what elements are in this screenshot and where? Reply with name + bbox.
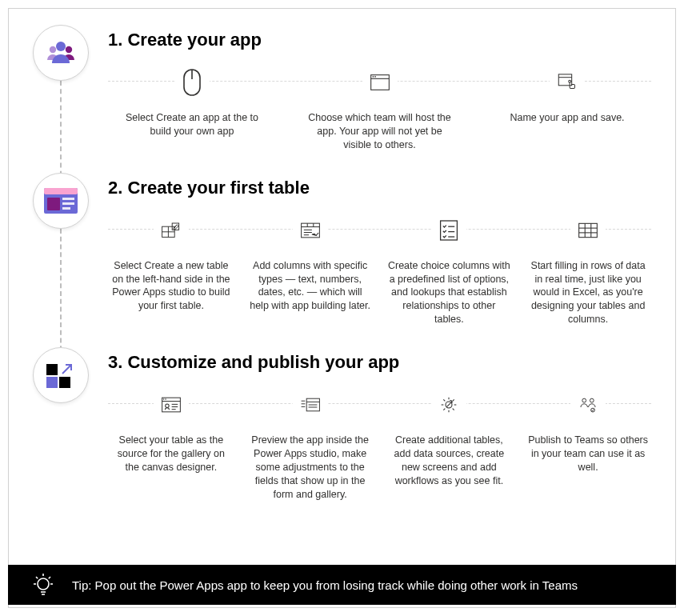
step-text: Preview the app inside the Power Apps st…	[247, 434, 374, 501]
window-icon	[362, 65, 398, 100]
step-text: Create additional tables, add data sourc…	[386, 434, 513, 488]
step-text: Create choice columns with a predefined …	[386, 259, 513, 326]
step-text: Select Create an app at the to build you…	[116, 111, 268, 138]
section-create-app: 1. Create your app Select Create an app …	[33, 25, 651, 152]
step-text: Select Create a new table on the left-ha…	[108, 259, 234, 314]
svg-rect-44	[165, 398, 166, 399]
section-customize-publish: 3. Customize and publish your app	[33, 347, 651, 501]
svg-point-1	[66, 46, 72, 53]
svg-line-63	[444, 409, 446, 410]
step-text: Add columns with specific types — text, …	[247, 259, 374, 314]
preview-form-icon	[293, 387, 328, 422]
grid-icon	[570, 213, 606, 248]
step-item: Select Create an app at the to build you…	[116, 65, 268, 152]
section-title: 2. Create your first table	[108, 178, 651, 198]
touch-icon	[550, 65, 585, 100]
mouse-icon	[174, 65, 210, 100]
svg-rect-15	[62, 198, 74, 200]
tiles-arrow-icon	[45, 361, 77, 390]
gallery-source-icon	[154, 387, 189, 422]
svg-point-0	[50, 46, 56, 53]
step-item: Create additional tables, add data sourc…	[386, 387, 513, 501]
table-card-icon	[44, 188, 78, 214]
people-icon	[45, 39, 77, 66]
svg-rect-13	[44, 188, 78, 194]
svg-rect-40	[59, 377, 70, 388]
svg-rect-7	[372, 76, 373, 77]
svg-line-62	[453, 409, 454, 410]
svg-rect-38	[46, 364, 58, 375]
step-text: Select your table as the source for the …	[108, 434, 234, 474]
step-item: Select Create a new table on the left-ha…	[108, 213, 234, 326]
svg-rect-33	[579, 223, 598, 237]
step-item: Preview the app inside the Power Apps st…	[247, 387, 374, 501]
step-row: Select Create an app at the to build you…	[108, 65, 651, 152]
step-text: Name your app and save.	[491, 111, 643, 125]
svg-rect-39	[46, 377, 58, 388]
timeline-connector	[60, 229, 62, 358]
svg-point-68	[38, 578, 49, 590]
svg-point-11	[569, 80, 571, 82]
step-text: Choose which team will host the app. You…	[304, 111, 456, 152]
step-row: Select your table as the source for the …	[108, 387, 651, 501]
team-publish-icon	[570, 387, 606, 422]
step-text: Start filling in rows of data in real ti…	[525, 259, 651, 326]
svg-rect-14	[47, 198, 60, 210]
svg-point-2	[56, 42, 66, 51]
step-item: Create choice columns with a predefined …	[386, 213, 513, 326]
columns-form-icon	[293, 213, 328, 248]
medallion-table	[33, 173, 89, 229]
section-title: 1. Create your app	[108, 30, 651, 50]
step-item: Publish to Teams so others in your team …	[525, 387, 651, 501]
svg-line-64	[453, 399, 454, 401]
svg-point-66	[590, 398, 594, 402]
new-table-icon	[154, 213, 189, 248]
tip-text: Tip: Pop out the Power Apps app to keep …	[72, 578, 578, 592]
timeline-connector	[60, 81, 62, 184]
medallion-publish	[33, 347, 89, 403]
svg-line-75	[49, 577, 50, 578]
step-text: Publish to Teams so others in your team …	[525, 434, 651, 474]
step-item: Choose which team will host the app. You…	[304, 65, 456, 152]
tip-bar: Tip: Pop out the Power Apps app to keep …	[8, 565, 676, 605]
svg-line-61	[444, 399, 446, 401]
lightbulb-icon	[30, 572, 56, 598]
svg-rect-17	[62, 207, 70, 210]
section-create-table: 2. Create your first table Select Create…	[33, 173, 651, 326]
svg-rect-16	[62, 202, 74, 205]
medallion-people	[33, 25, 89, 81]
step-item: Start filling in rows of data in real ti…	[525, 213, 651, 326]
step-row: Select Create a new table on the left-ha…	[108, 213, 651, 326]
step-item: Name your app and save.	[491, 65, 643, 152]
svg-rect-22	[301, 223, 319, 238]
step-item: Select your table as the source for the …	[108, 387, 234, 501]
svg-point-65	[582, 398, 586, 402]
section-title: 3. Customize and publish your app	[108, 352, 651, 373]
gear-wrench-icon	[431, 387, 466, 422]
svg-rect-8	[374, 76, 375, 77]
svg-rect-43	[163, 398, 164, 399]
svg-point-45	[166, 404, 169, 407]
svg-line-74	[36, 577, 38, 578]
content-frame: 1. Create your app Select Create an app …	[8, 8, 676, 608]
step-item: Add columns with specific types — text, …	[247, 213, 374, 326]
checklist-icon	[431, 213, 466, 248]
